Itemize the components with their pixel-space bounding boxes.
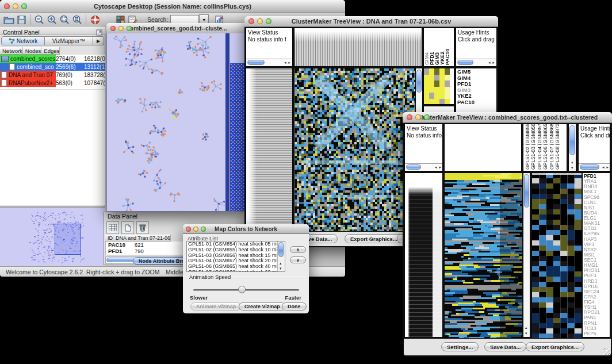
scroll-arrows[interactable]: ◂ ▸ — [488, 60, 495, 65]
heatmap-cell[interactable] — [429, 99, 434, 105]
tv2-row-dendrogram[interactable] — [404, 173, 443, 338]
minimize-button[interactable] — [257, 18, 263, 24]
scroll-arrows[interactable]: ◂ ▸ — [435, 165, 442, 170]
move-down-button[interactable]: ∨ — [290, 256, 306, 263]
tv1-column-dendrogram[interactable] — [294, 28, 422, 67]
tv1-zoom-heatmap[interactable] — [423, 68, 454, 105]
heatmap-cell[interactable] — [439, 87, 445, 93]
heatmap-cell[interactable] — [434, 75, 439, 81]
treeview-action-button[interactable]: Export Graphics... — [345, 234, 403, 243]
heatmap-cell[interactable] — [424, 99, 429, 105]
minimize-button[interactable] — [13, 3, 18, 9]
move-up-button[interactable]: ∧ — [290, 246, 306, 253]
animate-vizmap-button[interactable]: Animate Vizmap — [190, 302, 242, 311]
tv2-column-dendrogram[interactable] — [444, 124, 522, 171]
scroll-arrow-up[interactable]: ▴ — [525, 325, 528, 330]
create-vizmap-button[interactable]: Create Vizmap — [239, 302, 286, 311]
gene-label[interactable]: GIM5 — [456, 69, 496, 75]
overview-viewport-rect[interactable] — [55, 224, 81, 255]
tv1-main-heatmap[interactable] — [294, 68, 416, 232]
close-button[interactable] — [248, 18, 254, 24]
column-header[interactable]: Nodes — [23, 47, 41, 55]
gene-label[interactable]: MON2 — [583, 336, 610, 338]
speed-slider-thumb[interactable] — [238, 286, 246, 293]
scroll-arrow-down[interactable]: ▾ — [525, 331, 528, 336]
tv2-zoom-heatmap[interactable] — [531, 173, 582, 339]
attribute-list-item[interactable]: GPL51-04 (GSM857) heat shock 20 min — [187, 258, 278, 264]
heatmap-cell[interactable] — [429, 93, 434, 99]
zoom-out-icon[interactable] — [33, 14, 45, 25]
network-table-row[interactable]: combined_sco 2569(6) 13112(15) — [0, 63, 105, 71]
column-label[interactable]: GPL51-08 (GSM872) — [560, 124, 566, 171]
network-overview-panel[interactable] — [0, 206, 105, 266]
zoom-button[interactable] — [127, 26, 132, 31]
tv2-global-heatmap[interactable] — [444, 173, 523, 339]
attribute-table-icon[interactable] — [106, 221, 119, 234]
attribute-listbox[interactable]: GPL51-01 (GSM854) heat shock 05 minGPL51… — [186, 241, 285, 272]
close-button[interactable] — [110, 26, 116, 31]
close-button[interactable] — [4, 3, 10, 9]
heatmap-cell[interactable] — [439, 93, 445, 99]
network-graph-canvas[interactable] — [107, 33, 225, 212]
scroll-arrow-down[interactable]: ▾ — [280, 266, 282, 271]
scroll-arrow-up[interactable]: ▴ — [571, 160, 574, 164]
heatmap-cell[interactable] — [429, 75, 434, 81]
heatmap-cell[interactable] — [424, 93, 429, 99]
heatmap-cell[interactable] — [439, 68, 445, 75]
attribute-list-item[interactable]: GPL51-01 (GSM854) heat shock 05 min — [187, 242, 278, 247]
heatmap-cell[interactable] — [434, 81, 439, 87]
attribute-list-item[interactable]: GPL51-07 (GSM868) heat shock 60 min — [187, 270, 278, 272]
heatmap-cell[interactable] — [424, 87, 429, 93]
heatmap-cell[interactable] — [445, 81, 450, 87]
resize-grip[interactable] — [603, 348, 610, 355]
treeview-action-button[interactable]: Save Data... — [484, 342, 526, 351]
attribute-list-item[interactable]: GPL51-06 (GSM865) heat shock 40 min — [187, 264, 278, 270]
heatmap-cell[interactable] — [445, 75, 450, 81]
minimize-button[interactable] — [193, 227, 198, 232]
attribute-list-item[interactable]: GPL51-02 (GSM855) heat shock 10 min — [187, 247, 278, 253]
dialog-titlebar[interactable]: Map Colors to Network — [183, 224, 309, 234]
network-table-row[interactable]: combined_scores 2764(0) 16218(0) — [0, 55, 105, 63]
data-column-header[interactable]: ID — [105, 235, 113, 242]
tab-vizmapper[interactable]: VizMapper™ — [45, 36, 93, 45]
heatmap-cell[interactable] — [439, 75, 445, 81]
column-header[interactable]: Edges — [41, 47, 60, 55]
treeview-action-button[interactable]: Settings... — [441, 342, 479, 351]
zoom-button[interactable] — [21, 3, 27, 9]
heatmap-cell[interactable] — [445, 87, 450, 93]
heatmap-cell[interactable] — [424, 68, 429, 75]
heatmap-cell[interactable] — [434, 68, 439, 75]
column-label[interactable]: PAC10 — [450, 28, 454, 66]
heatmap-cell[interactable] — [439, 99, 445, 105]
treeview-action-button[interactable]: Export Graphics... — [526, 342, 584, 351]
heatmap-cell[interactable] — [445, 68, 450, 75]
open-file-icon[interactable] — [2, 14, 15, 25]
minimize-button[interactable] — [118, 26, 124, 31]
attribute-list-item[interactable]: GPL51-03 (GSM856) heat shock 15 min — [187, 253, 278, 259]
heatmap-cell[interactable] — [434, 99, 439, 105]
tv1-view-status-scrollbar[interactable]: ◂ ▸ — [246, 59, 292, 66]
heatmap-cell[interactable] — [429, 87, 434, 93]
help-lifering-icon[interactable] — [89, 14, 101, 25]
minimize-button[interactable] — [415, 114, 421, 120]
heatmap-cell[interactable] — [434, 87, 439, 93]
new-attribute-icon[interactable] — [121, 221, 134, 234]
tv2-view-status-scrollbar[interactable]: ◂ ▸ — [405, 163, 442, 171]
heatmap-cell[interactable] — [429, 68, 434, 75]
zoom-button[interactable] — [266, 18, 271, 24]
heatmap-cell[interactable] — [424, 75, 429, 81]
heatmap-cell[interactable] — [445, 93, 450, 99]
gene-label[interactable]: PAC10 — [456, 99, 496, 106]
zoom-button[interactable] — [201, 227, 206, 232]
tv2-usage-scrollbar[interactable]: ◂ ▸ — [579, 163, 610, 171]
heatmap-cell[interactable] — [434, 93, 439, 99]
zoom-selected-icon[interactable] — [71, 14, 83, 25]
data-column-header[interactable]: DNA and Tran 07-21-06 — [113, 235, 171, 242]
scroll-arrow-down[interactable]: ▾ — [571, 166, 574, 170]
tv1-usage-scrollbar[interactable]: ◂ ▸ — [456, 59, 496, 66]
delete-attribute-trash-icon[interactable] — [136, 221, 149, 234]
tv2-column-scrollbar[interactable]: ▴ ▾ — [568, 124, 576, 171]
heatmap-cell[interactable] — [439, 81, 445, 87]
tv2-heatmap-scrollbar[interactable]: ▴ ▾ — [523, 173, 530, 338]
scroll-arrows[interactable]: ◂ ▸ — [602, 165, 609, 170]
